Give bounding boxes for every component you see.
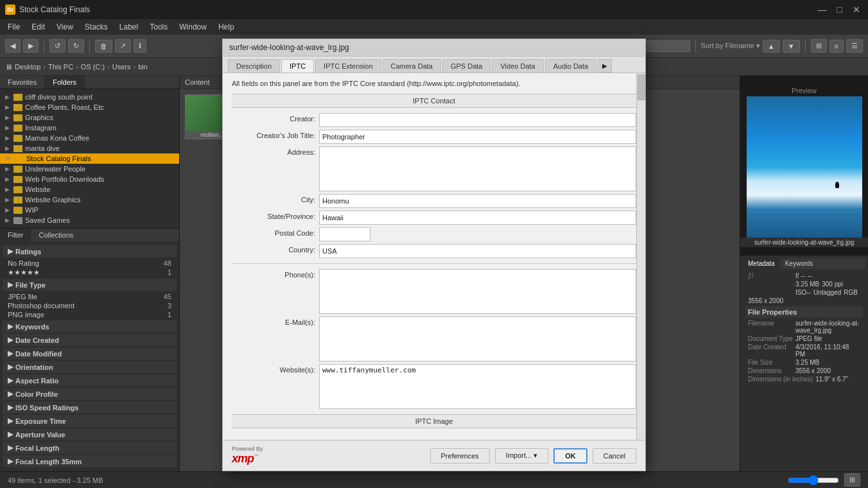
iptc-note: All fields on this panel are from the IP… [232,80,636,87]
form-row-phones: Phone(s): [232,269,636,314]
form-row-address: Address: [232,146,636,191]
postal-input[interactable] [319,227,370,241]
dialog-overlay: surfer-wide-looking-at-wave_lrg.jpg Desc… [0,0,868,488]
creator-label: Creator: [232,113,315,123]
section-contact-title: IPTC Contact [232,94,636,108]
websites-label: Website(s): [232,364,315,374]
import-button[interactable]: Import... ▾ [495,448,548,464]
dialog-buttons: Preferences Import... ▾ OK Cancel [430,448,636,464]
form-row-emails: E-Mail(s): [232,317,636,362]
postal-label: Postal Code: [232,227,315,237]
address-label: Address: [232,146,315,156]
dialog-tab-description[interactable]: Description [228,59,280,73]
form-row-city: City: [232,194,636,208]
dialog-tab-video[interactable]: Video Data [492,59,543,73]
iptc-dialog: surfer-wide-looking-at-wave_lrg.jpg Desc… [222,39,646,471]
city-label: City: [232,194,315,204]
dialog-tab-iptc[interactable]: IPTC [281,59,314,73]
dialog-title: surfer-wide-looking-at-wave_lrg.jpg [229,43,349,52]
scrollbar-thumb[interactable] [638,74,645,100]
dialog-footer: Powered By xmp™ Preferences Import... ▾ … [223,440,645,471]
address-input[interactable] [319,146,636,191]
dialog-tabs: Description IPTC IPTC Extension Camera D… [223,57,645,73]
dialog-scrollbar[interactable] [636,73,645,440]
country-label: Country: [232,244,315,254]
dialog-tab-camera[interactable]: Camera Data [383,59,441,73]
dialog-body: All fields on this panel are from the IP… [223,73,645,440]
powered-by-label: Powered By [232,446,263,452]
form-row-creator: Creator: [232,113,636,127]
phones-input[interactable] [319,269,636,314]
xmp-tm: ™ [254,453,258,459]
ok-button[interactable]: OK [553,448,587,464]
emails-input[interactable] [319,317,636,362]
dialog-tab-gps[interactable]: GPS Data [442,59,491,73]
creator-input[interactable] [319,113,636,127]
emails-label: E-Mail(s): [232,317,315,326]
creator-job-input[interactable] [319,130,636,144]
import-dropdown-icon: ▾ [534,451,537,459]
dialog-tab-iptc-extension[interactable]: IPTC Extension [315,59,381,73]
cancel-button[interactable]: Cancel [593,448,636,464]
form-row-postal: Postal Code: [232,227,636,241]
websites-input[interactable]: www.tiffanymueller.com [319,364,636,409]
state-label: State/Province: [232,211,315,220]
dialog-titlebar: surfer-wide-looking-at-wave_lrg.jpg [223,39,645,57]
state-input[interactable] [319,211,636,225]
xmp-logo: Powered By xmp™ [232,446,263,466]
xmp-text: xmp™ [232,452,258,466]
form-row-state: State/Province: [232,211,636,225]
form-row-country: Country: [232,244,636,258]
import-label: Import... [506,451,532,459]
preferences-button[interactable]: Preferences [430,448,490,464]
form-row-creator-job: Creator's Job Title: [232,130,636,144]
creator-job-label: Creator's Job Title: [232,130,315,139]
city-input[interactable] [319,194,636,208]
phones-label: Phone(s): [232,269,315,279]
country-input[interactable] [319,244,636,258]
section-divider [232,263,636,264]
section-image-title: IPTC Image [232,414,636,428]
dialog-tab-more[interactable]: ▶ [598,59,612,73]
form-row-websites: Website(s): www.tiffanymueller.com [232,364,636,409]
dialog-tab-audio[interactable]: Audio Data [545,59,596,73]
